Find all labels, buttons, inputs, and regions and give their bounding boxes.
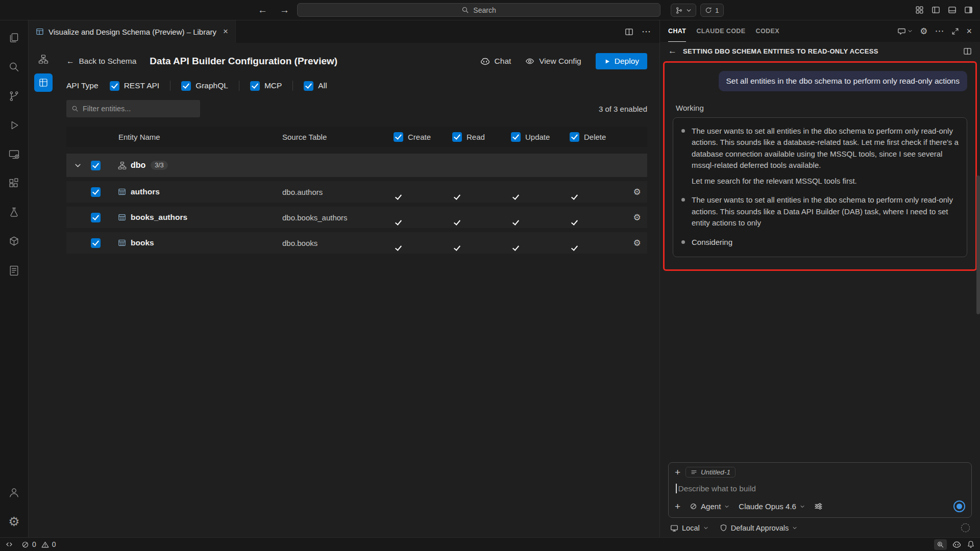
chat-button[interactable]: Chat xyxy=(480,57,511,66)
mode-picker[interactable]: Agent xyxy=(690,502,729,511)
tab-close-icon[interactable]: × xyxy=(223,27,228,37)
tab-codex[interactable]: CODEX xyxy=(755,20,779,42)
attached-file-chip[interactable]: Untitled-1 xyxy=(685,467,736,478)
sql-server-icon[interactable] xyxy=(0,256,29,285)
table-config-icon xyxy=(38,78,48,88)
chat-back-icon[interactable]: ← xyxy=(668,46,677,56)
play-icon xyxy=(604,58,610,65)
add-context-icon[interactable]: + xyxy=(675,467,680,477)
maximize-icon[interactable] xyxy=(951,28,959,35)
row-settings-gear-icon[interactable]: ⚙ xyxy=(627,238,647,248)
session-progress-icon[interactable] xyxy=(961,523,970,532)
bullet-dot-icon xyxy=(681,129,685,133)
database-projects-icon[interactable] xyxy=(0,227,29,256)
row-checkbox[interactable] xyxy=(91,187,101,197)
source-control-graph-button[interactable] xyxy=(671,4,696,17)
problems-indicator[interactable]: 0 0 xyxy=(21,540,56,548)
col-read: Read xyxy=(467,133,485,141)
col-source-table: Source Table xyxy=(282,133,394,141)
notifications-bell-icon[interactable] xyxy=(967,540,975,548)
chevron-down-icon xyxy=(800,504,805,509)
tab-chat[interactable]: CHAT xyxy=(668,20,686,42)
errors-icon xyxy=(21,541,29,548)
environment-picker[interactable]: Local xyxy=(670,524,708,532)
remote-indicator[interactable] xyxy=(5,540,13,548)
remote-brackets-icon xyxy=(5,540,13,548)
table-row[interactable]: books_authors dbo.books_authors ⚙ xyxy=(66,207,647,228)
editor-tab[interactable]: Visualize and Design Schema (Preview) – … xyxy=(29,20,236,43)
source-control-icon[interactable] xyxy=(0,82,29,111)
history-forward-icon[interactable]: → xyxy=(280,5,289,16)
toggle-primary-sidebar-icon[interactable] xyxy=(932,6,940,14)
entity-name: books xyxy=(131,238,154,247)
working-status: Working xyxy=(676,104,970,112)
schema-view-button[interactable] xyxy=(34,50,53,68)
voice-record-button[interactable] xyxy=(953,500,965,512)
row-settings-gear-icon[interactable]: ⚙ xyxy=(627,187,647,197)
model-picker[interactable]: Claude Opus 4.6 xyxy=(739,502,805,511)
chat-input-box[interactable]: + Untitled-1 Describe what to build + Ag… xyxy=(668,462,972,518)
view-config-button[interactable]: View Config xyxy=(525,57,581,66)
delete-all-checkbox[interactable] xyxy=(570,132,579,142)
zoom-status-button[interactable] xyxy=(934,539,947,550)
filter-entities-field[interactable] xyxy=(83,105,195,113)
command-center-search[interactable]: Search xyxy=(297,3,660,17)
sync-button[interactable]: 1 xyxy=(700,4,724,17)
accounts-icon[interactable] xyxy=(0,478,29,507)
editor-more-actions-icon[interactable]: ⋯ xyxy=(642,26,651,37)
graphql-checkbox[interactable] xyxy=(181,81,191,91)
run-debug-icon[interactable] xyxy=(0,111,29,140)
source-table-value: dbo.authors xyxy=(282,188,394,196)
approvals-label: Default Approvals xyxy=(731,524,789,532)
mcp-checkbox[interactable] xyxy=(250,81,260,91)
api-option-rest: REST API xyxy=(110,81,160,91)
chevron-down-icon xyxy=(703,525,708,531)
sync-icon xyxy=(705,7,712,14)
approvals-picker[interactable]: Default Approvals xyxy=(720,524,798,532)
toggle-secondary-sidebar-icon[interactable] xyxy=(964,6,973,14)
copilot-icon xyxy=(480,57,490,66)
read-all-checkbox[interactable] xyxy=(452,132,462,142)
open-session-in-editor-icon[interactable] xyxy=(963,47,972,56)
back-to-schema-link[interactable]: ← Back to Schema xyxy=(66,57,136,66)
settings-gear-icon[interactable]: ⚙ xyxy=(0,507,29,536)
tab-claude-code[interactable]: CLAUDE CODE xyxy=(696,20,745,42)
environment-label: Local xyxy=(682,524,700,532)
chat-close-icon[interactable]: × xyxy=(966,26,972,37)
search-activity-icon[interactable] xyxy=(0,53,29,82)
create-all-checkbox[interactable] xyxy=(394,132,403,142)
attach-icon[interactable]: + xyxy=(675,502,680,511)
row-checkbox[interactable] xyxy=(91,213,101,222)
update-all-checkbox[interactable] xyxy=(511,132,521,142)
extensions-icon[interactable] xyxy=(0,169,29,198)
toggle-panel-icon[interactable] xyxy=(948,6,957,14)
testing-icon[interactable] xyxy=(0,198,29,227)
chat-settings-gear-icon[interactable]: ⚙ xyxy=(920,27,927,36)
row-checkbox[interactable] xyxy=(91,238,101,248)
history-back-icon[interactable]: ← xyxy=(258,5,267,16)
rest-api-checkbox[interactable] xyxy=(110,81,119,91)
table-row[interactable]: books dbo.books ⚙ xyxy=(66,232,647,254)
all-checkbox[interactable] xyxy=(304,81,313,91)
tools-sliders-icon[interactable] xyxy=(814,502,823,511)
customize-layout-icon[interactable] xyxy=(915,6,924,14)
split-editor-icon[interactable] xyxy=(625,28,633,36)
thinking-box[interactable]: The user wants to set all entities in th… xyxy=(673,117,967,258)
schema-group-checkbox[interactable] xyxy=(91,161,101,170)
schema-group-row[interactable]: dbo3/3 xyxy=(66,154,647,177)
dab-config-page: ← Back to Schema Data API Builder Config… xyxy=(58,43,659,537)
text-cursor xyxy=(676,484,677,493)
new-chat-button[interactable] xyxy=(897,27,913,36)
remote-explorer-icon[interactable] xyxy=(0,140,29,169)
table-row[interactable]: authors dbo.authors ⚙ xyxy=(66,181,647,203)
filter-entities-input[interactable] xyxy=(66,100,200,117)
explorer-icon[interactable] xyxy=(0,23,29,53)
row-settings-gear-icon[interactable]: ⚙ xyxy=(627,212,647,223)
chat-more-actions-icon[interactable]: ⋯ xyxy=(935,26,944,37)
dab-config-view-button[interactable] xyxy=(34,73,53,92)
chevron-down-icon[interactable] xyxy=(74,162,82,169)
chat-input-placeholder[interactable]: Describe what to build xyxy=(678,484,756,493)
deploy-button[interactable]: Deploy xyxy=(596,53,647,69)
copilot-status-icon[interactable] xyxy=(952,540,961,549)
chat-scrollbar[interactable] xyxy=(976,176,980,314)
